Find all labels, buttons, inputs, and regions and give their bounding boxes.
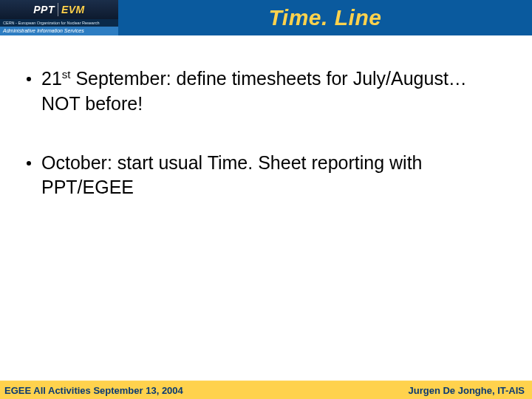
header-bar: PPT EVM CERN - European Organization for…: [0, 0, 532, 35]
logo-block: PPT EVM CERN - European Organization for…: [0, 0, 118, 35]
bullet-rest: September: define timesheets for July/Au…: [41, 68, 467, 114]
footer-right-text: Jurgen De Jonghe, IT-AIS: [409, 385, 525, 396]
slide: PPT EVM CERN - European Organization for…: [0, 0, 532, 399]
logo-ppt-text: PPT: [33, 4, 55, 16]
bullet-dot-icon: [27, 161, 31, 166]
logo-divider-icon: [58, 3, 58, 16]
slide-body: 21st September: define timesheets for Ju…: [27, 66, 510, 234]
bullet-item: October: start usual Time. Sheet reporti…: [27, 151, 510, 201]
bullet-text: 21st September: define timesheets for Ju…: [41, 66, 510, 117]
logo-top: PPT EVM: [0, 0, 118, 19]
ordinal-number: 21: [41, 68, 62, 89]
ordinal-suffix: st: [62, 68, 71, 81]
footer-bar: EGEE All Activities September 13, 2004 J…: [0, 381, 532, 399]
logo-evm-text: EVM: [61, 4, 85, 16]
bullet-item: 21st September: define timesheets for Ju…: [27, 66, 510, 117]
page-title: Time. Line: [269, 5, 382, 30]
bullet-text: October: start usual Time. Sheet reporti…: [41, 151, 510, 201]
bullet-dot-icon: [27, 77, 31, 81]
footer-left-text: EGEE All Activities September 13, 2004: [4, 385, 183, 396]
title-wrap: Time. Line: [118, 0, 532, 35]
logo-cern-line: CERN - European Organization for Nuclear…: [0, 19, 118, 27]
logo-admin-line: Administrative Information Services: [0, 27, 118, 35]
